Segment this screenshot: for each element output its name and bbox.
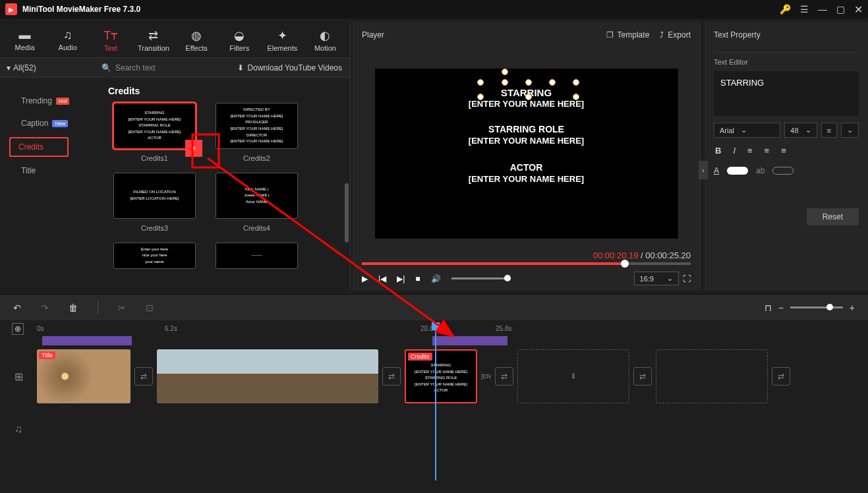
export-icon: ⤴ — [660, 30, 664, 40]
align-center-button[interactable]: ≡ — [765, 146, 770, 156]
handle-icon[interactable] — [573, 94, 579, 100]
close-icon[interactable]: ✕ — [854, 3, 863, 16]
sidebar-item-title[interactable]: Title — [13, 162, 88, 179]
maximize-icon[interactable]: ▢ — [836, 4, 845, 14]
zoom-in-button[interactable]: + — [850, 303, 855, 313]
undo-button[interactable]: ↶ — [13, 303, 21, 313]
tab-elements[interactable]: ✦Elements — [262, 23, 303, 57]
transition-slot[interactable]: ⇄ — [134, 367, 153, 386]
volume-slider[interactable] — [451, 277, 511, 279]
properties-panel: Text Property Text Editor STARRING Arial… — [705, 22, 868, 291]
tab-transition[interactable]: ⇄Transition — [132, 23, 174, 57]
magnet-icon[interactable]: ⊓ — [765, 303, 772, 313]
aspect-select[interactable]: 16:9⌄ — [634, 272, 679, 285]
handle-icon[interactable] — [549, 79, 556, 86]
delete-button[interactable]: 🗑 — [69, 303, 78, 313]
progress-slider[interactable]: 00:00:20.19 / 00:00:25.20 — [362, 262, 691, 265]
tab-effects[interactable]: ◍Effects — [176, 23, 217, 57]
asset-credits6[interactable]: -------- — [216, 243, 298, 269]
transition-slot[interactable]: ⇄ — [772, 367, 790, 386]
music-icon: ♫ — [63, 28, 72, 42]
template-button[interactable]: ❐Template — [606, 30, 650, 40]
credits-track-clip[interactable] — [432, 336, 507, 345]
video-clip-2[interactable] — [157, 349, 378, 403]
sidebar-item-caption[interactable]: CaptionNew — [13, 115, 88, 132]
align-left-button[interactable]: ≡ — [747, 146, 753, 156]
download-youtube-button[interactable]: ⬇ Download YouTube Videos — [229, 63, 350, 72]
tab-text[interactable]: TᴛText — [90, 23, 131, 57]
triangle-icon: ▾ — [7, 63, 11, 72]
timeline[interactable]: ⊕ 0s 6.2s 20.8s 25.8s ⊞ Title ⇄ ⇄ Credit… — [0, 320, 868, 493]
category-all[interactable]: ▾ All(52) — [0, 63, 95, 72]
asset-credits5[interactable]: Enter your here nice your here your name — [113, 243, 196, 269]
text-color-icon[interactable]: A — [714, 166, 719, 175]
prev-frame-icon[interactable]: |◀ — [378, 274, 386, 283]
italic-button[interactable]: I — [733, 146, 736, 156]
handle-icon[interactable] — [502, 69, 508, 75]
folder-icon: ▬ — [19, 28, 31, 42]
search-input[interactable]: 🔍 Search text — [95, 63, 229, 72]
reset-button[interactable]: Reset — [807, 208, 859, 225]
export-button[interactable]: ⤴Export — [660, 30, 691, 40]
title-track-clip[interactable] — [42, 336, 132, 345]
size-select[interactable]: 48⌄ — [784, 123, 817, 138]
collapse-panel-button[interactable]: › — [699, 161, 708, 179]
spacing-button[interactable]: ≡ — [821, 123, 837, 138]
new-badge: New — [52, 120, 68, 127]
video-clip-1[interactable]: Title — [37, 349, 130, 403]
credits-clip[interactable]: Credits STARRING [ENTER YOUR NAME HERE] … — [405, 349, 477, 403]
placeholder-clip[interactable] — [656, 349, 768, 403]
next-frame-icon[interactable]: ▶| — [397, 274, 405, 283]
placeholder-clip[interactable]: ⬇ — [517, 349, 629, 403]
more-button[interactable]: ⌄ — [841, 123, 859, 138]
transition-slot[interactable]: ⇄ — [633, 367, 652, 386]
handle-icon[interactable] — [525, 94, 532, 100]
text-color-swatch[interactable] — [727, 167, 748, 175]
redo-button[interactable]: ↷ — [41, 303, 49, 313]
asset-credits3[interactable]: FILMED ON LOCATION [ENTER LOCATION HERE]… — [113, 173, 196, 240]
sidebar-item-trending[interactable]: TrendingHot — [13, 92, 88, 109]
cut-button[interactable]: ✂ — [118, 303, 126, 313]
tab-media[interactable]: ▬Media — [4, 23, 45, 57]
fullscreen-icon[interactable]: ⛶ — [683, 274, 691, 283]
handle-icon[interactable] — [525, 79, 532, 86]
volume-icon[interactable]: 🔊 — [431, 274, 441, 283]
sidebar-item-credits[interactable]: Credits — [9, 137, 69, 157]
stop-icon[interactable]: ■ — [415, 274, 420, 283]
hot-badge: Hot — [56, 98, 69, 105]
minimize-icon[interactable]: — — [818, 4, 827, 14]
asset-credits2[interactable]: DIRECTED BY [ENTER YOUR NAME HERE] PRODU… — [216, 103, 298, 170]
asset-credits1[interactable]: STARRING [ENTER YOUR NAME HERE] STARRING… — [113, 103, 196, 170]
timeline-toolbar: ↶ ↷ 🗑 ✂ ⊡ ⊓ − + — [0, 294, 868, 320]
tab-motion[interactable]: ◐Motion — [304, 23, 346, 57]
bold-button[interactable]: B — [715, 146, 721, 156]
text-editor-input[interactable]: STARRING — [714, 71, 859, 116]
transition-slot[interactable]: ⇄ — [382, 367, 401, 386]
handle-icon[interactable] — [477, 79, 484, 86]
highlight-swatch[interactable] — [772, 167, 794, 175]
font-select[interactable]: Arial⌄ — [714, 123, 780, 138]
video-preview[interactable]: STARRING [ENTER YOUR NAME HERE] STARRING… — [375, 69, 678, 239]
transition-slot[interactable]: ⇄ — [495, 367, 513, 386]
scrollbar[interactable] — [345, 137, 349, 269]
add-button[interactable]: + — [187, 142, 200, 155]
add-track-button[interactable]: ⊕ — [12, 323, 24, 335]
playhead[interactable] — [435, 322, 436, 480]
tab-audio[interactable]: ♫Audio — [47, 23, 88, 57]
tab-filters[interactable]: ◒Filters — [219, 23, 260, 57]
asset-credits4[interactable]: Kelly NAME | Josea NAME | Actor NAME Cre… — [216, 173, 298, 240]
key-icon[interactable]: 🔑 — [780, 4, 791, 14]
crop-button[interactable]: ⊡ — [146, 303, 154, 313]
menu-icon[interactable]: ☰ — [800, 4, 809, 14]
browser-panel: ▬Media ♫Audio TᴛText ⇄Transition ◍Effect… — [0, 18, 351, 294]
zoom-slider[interactable] — [790, 306, 843, 308]
handle-icon[interactable] — [502, 79, 508, 86]
motion-icon: ◐ — [320, 28, 330, 43]
align-right-button[interactable]: ≡ — [781, 146, 786, 156]
zoom-out-button[interactable]: − — [778, 303, 784, 313]
handle-icon[interactable] — [573, 79, 579, 86]
highlight-icon[interactable]: ab — [756, 166, 765, 175]
play-icon[interactable]: ▶ — [362, 274, 368, 283]
time-total: 00:00:25.20 — [645, 250, 691, 260]
handle-icon[interactable] — [477, 94, 484, 100]
